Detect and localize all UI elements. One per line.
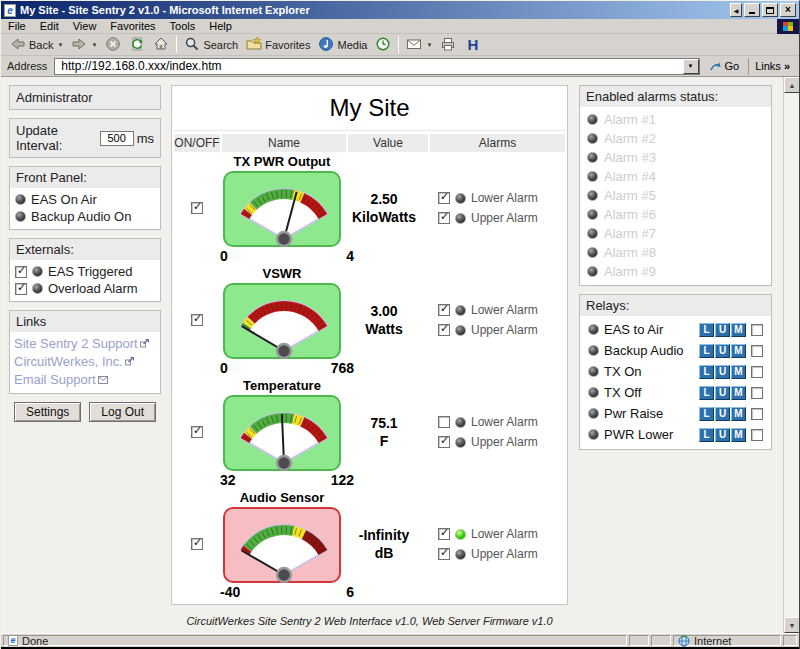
lower-alarm-label: Lower Alarm — [471, 303, 538, 317]
gauge-onoff-checkbox[interactable] — [191, 202, 203, 214]
address-input[interactable]: http://192.168.0.xxx/index.htm ▼ — [54, 58, 699, 75]
relay-buttons: LUM — [699, 428, 746, 442]
toolbar-history-button[interactable] — [371, 35, 395, 55]
scroll-up-button[interactable]: ▲ — [784, 77, 799, 93]
relay-checkbox[interactable] — [751, 429, 763, 441]
minimize-button[interactable] — [744, 3, 760, 17]
toolbar-favorites-button[interactable]: Favorites — [242, 35, 314, 55]
toolbar-print-button[interactable] — [436, 35, 460, 55]
upper-alarm-checkbox[interactable] — [438, 212, 450, 224]
relay-m-button[interactable]: M — [731, 428, 746, 442]
relay-l-button[interactable]: L — [699, 323, 714, 337]
sidebar-link[interactable]: Site Sentry 2 Support — [14, 335, 156, 353]
relay-name: Backup Audio — [604, 343, 694, 358]
menu-edit[interactable]: Edit — [33, 20, 66, 32]
external-checkbox[interactable] — [15, 266, 27, 278]
logout-button[interactable]: Log Out — [89, 402, 156, 422]
relay-m-button[interactable]: M — [731, 365, 746, 379]
lower-alarm-checkbox[interactable] — [438, 304, 450, 316]
address-dropdown-button[interactable]: ▼ — [683, 59, 699, 74]
relay-l-button[interactable]: L — [699, 428, 714, 442]
menu-file[interactable]: File — [1, 20, 33, 32]
lower-alarm-checkbox[interactable] — [438, 528, 450, 540]
menu-tools[interactable]: Tools — [163, 20, 203, 32]
toolbar-mail-button[interactable]: ▼ — [402, 35, 436, 55]
enabled-alarm-label: Alarm #2 — [604, 131, 656, 146]
toolbar-forward-button[interactable]: ▼ — [67, 35, 101, 55]
forward-icon — [71, 36, 87, 54]
status-led — [588, 408, 599, 419]
relay-checkbox[interactable] — [751, 387, 763, 399]
toolbar-hlogo-button[interactable]: H — [460, 35, 485, 55]
relay-u-button[interactable]: U — [715, 365, 730, 379]
relay-u-button[interactable]: U — [715, 407, 730, 421]
toolbar-home-button[interactable] — [149, 35, 173, 55]
gauge-onoff-checkbox[interactable] — [191, 538, 203, 550]
sidebar-link[interactable]: CircuitWerkes, Inc. — [14, 353, 156, 371]
relay-row: TX OnLUM — [584, 361, 767, 382]
enabled-alarm-item: Alarm #3 — [584, 148, 767, 167]
enabled-alarm-item: Alarm #6 — [584, 205, 767, 224]
relay-m-button[interactable]: M — [731, 323, 746, 337]
status-led — [15, 194, 26, 205]
column-name: Name — [222, 134, 346, 152]
toolbar-stop-button[interactable] — [101, 35, 125, 55]
gauge-meter — [223, 171, 341, 247]
relay-u-button[interactable]: U — [715, 428, 730, 442]
status-led — [587, 190, 598, 201]
vertical-scrollbar[interactable]: ▲ ▼ — [783, 77, 799, 633]
external-checkbox[interactable] — [15, 283, 27, 295]
externals-box: Externals: EAS TriggeredOverload Alarm — [9, 238, 161, 302]
relay-row: PWR LowerLUM — [584, 424, 767, 445]
relay-m-button[interactable]: M — [731, 344, 746, 358]
favorites-icon — [246, 36, 262, 54]
menu-help[interactable]: Help — [202, 20, 239, 32]
relay-u-button[interactable]: U — [715, 323, 730, 337]
menu-view[interactable]: View — [66, 20, 104, 32]
settings-button[interactable]: Settings — [14, 402, 81, 422]
relay-row: Pwr RaiseLUM — [584, 403, 767, 424]
gauge-onoff-checkbox[interactable] — [191, 426, 203, 438]
toolbar-collapse-button[interactable]: ◀ — [730, 3, 742, 17]
status-led — [587, 114, 598, 125]
toolbar-media-button[interactable]: Media — [314, 35, 371, 55]
relay-m-button[interactable]: M — [731, 386, 746, 400]
lower-alarm-checkbox[interactable] — [438, 192, 450, 204]
relay-u-button[interactable]: U — [715, 386, 730, 400]
links-box: Links Site Sentry 2 SupportCircuitWerkes… — [9, 310, 161, 394]
relay-checkbox[interactable] — [751, 408, 763, 420]
relay-checkbox[interactable] — [751, 345, 763, 357]
update-interval-input[interactable] — [100, 131, 134, 146]
upper-alarm-checkbox[interactable] — [438, 436, 450, 448]
resize-grip[interactable] — [783, 635, 797, 646]
column-alarms: Alarms — [430, 134, 565, 152]
front-panel-title: Front Panel: — [10, 167, 160, 188]
relay-l-button[interactable]: L — [699, 344, 714, 358]
enabled-alarm-item: Alarm #7 — [584, 224, 767, 243]
status-led — [588, 387, 599, 398]
relay-m-button[interactable]: M — [731, 407, 746, 421]
upper-alarm-checkbox[interactable] — [438, 548, 450, 560]
toolbar-search-button[interactable]: Search — [180, 35, 242, 55]
relay-checkbox[interactable] — [751, 366, 763, 378]
relay-l-button[interactable]: L — [699, 386, 714, 400]
relay-buttons: LUM — [699, 386, 746, 400]
enabled-alarm-item: Alarm #2 — [584, 129, 767, 148]
relay-l-button[interactable]: L — [699, 365, 714, 379]
close-button[interactable]: × — [780, 3, 796, 17]
sidebar-link[interactable]: Email Support — [14, 371, 156, 389]
menu-favorites[interactable]: Favorites — [103, 20, 162, 32]
relay-l-button[interactable]: L — [699, 407, 714, 421]
toolbar-back-button[interactable]: Back▼ — [6, 35, 67, 55]
toolbar-refresh-button[interactable] — [125, 35, 149, 55]
maximize-button[interactable] — [762, 3, 778, 17]
gauge-meter-svg — [225, 173, 343, 249]
links-menu[interactable]: Links » — [748, 58, 796, 75]
upper-alarm-checkbox[interactable] — [438, 324, 450, 336]
go-button[interactable]: Go — [704, 60, 745, 73]
scroll-down-button[interactable]: ▼ — [784, 617, 799, 633]
relay-u-button[interactable]: U — [715, 344, 730, 358]
relay-checkbox[interactable] — [751, 324, 763, 336]
gauge-onoff-checkbox[interactable] — [191, 314, 203, 326]
lower-alarm-checkbox[interactable] — [438, 416, 450, 428]
